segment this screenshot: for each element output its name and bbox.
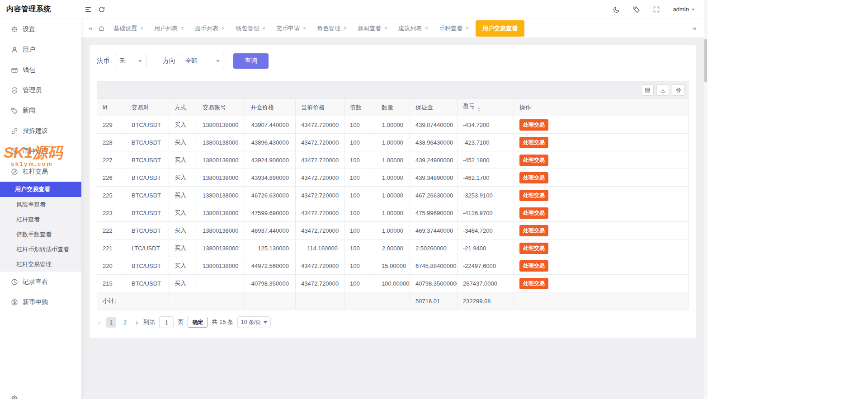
handle-trade-button[interactable]: 处理交易 — [519, 137, 548, 148]
sidebar-subitem[interactable]: 杠杆币划转法币查看 — [0, 242, 81, 257]
tab[interactable]: 币种查看× — [435, 22, 473, 35]
tab-close-icon[interactable]: × — [466, 26, 469, 31]
handle-trade-button[interactable]: 处理交易 — [519, 155, 548, 166]
tab[interactable]: 角色管理× — [313, 22, 351, 35]
tab[interactable]: 用户列表× — [150, 22, 188, 35]
tab[interactable]: 充币申请× — [272, 22, 310, 35]
account-cell — [197, 275, 245, 292]
amount-cell: 1.00000 — [376, 222, 410, 239]
sidebar-item-label: 投拆建议 — [23, 127, 48, 135]
action-cell: 处理交易 — [514, 204, 689, 222]
sidebar-subitem[interactable]: 杠杆查看 — [0, 212, 81, 227]
sidebar-item[interactable]: 设置 — [0, 19, 81, 39]
query-button[interactable]: 查询 — [233, 53, 269, 69]
handle-trade-button[interactable]: 处理交易 — [519, 119, 548, 131]
sidebar-item[interactable]: 杠杆交易 — [0, 161, 81, 182]
handle-trade-button[interactable]: 处理交易 — [519, 207, 548, 219]
handle-trade-button[interactable]: 处理交易 — [519, 260, 548, 272]
page-2-button[interactable]: 2 — [120, 317, 130, 328]
multiple-cell: 100 — [344, 257, 376, 275]
side-cell: 买入 — [169, 169, 197, 187]
id-cell: 220 — [97, 257, 126, 275]
goto-page-input[interactable] — [159, 316, 174, 328]
fullscreen-icon[interactable] — [650, 0, 663, 19]
next-page-button[interactable]: › — [134, 319, 140, 326]
tab[interactable]: 新闻查看× — [354, 22, 392, 35]
sidebar-item[interactable]: 新币申购 — [0, 292, 81, 312]
print-button[interactable] — [672, 84, 684, 96]
sidebar-item-label: 用户 — [23, 46, 35, 54]
home-icon[interactable] — [98, 25, 105, 32]
tab[interactable]: 钱包管理× — [231, 22, 269, 35]
sidebar-item[interactable]: 投拆建议 — [0, 121, 81, 141]
app-window: 内容管理系统 admin 设置用户钱包管理员新闻投拆建议币种管理杠杆交易用户交易… — [0, 0, 708, 399]
sidebar-item-partial[interactable] — [0, 393, 81, 399]
tab-close-icon[interactable]: × — [344, 26, 347, 31]
export-button[interactable] — [656, 84, 669, 96]
tabs-scroll-left-icon[interactable]: « — [88, 24, 94, 33]
fiat-select[interactable]: 无 — [115, 54, 146, 68]
page-size-select[interactable]: 10 条/页 — [237, 316, 271, 328]
sidebar-subitem[interactable]: 用户交易查看 — [0, 182, 81, 197]
prev-page-button[interactable]: ‹ — [97, 319, 102, 326]
handle-trade-button[interactable]: 处理交易 — [519, 278, 548, 289]
tab[interactable]: 建议列表× — [394, 22, 432, 35]
margin-cell: 475.99690000 — [410, 204, 458, 222]
direction-select[interactable]: 全部 — [181, 54, 224, 68]
column-header[interactable]: 盈亏 — [458, 99, 514, 116]
chevron-down-icon — [216, 60, 220, 64]
tab-close-icon[interactable]: × — [384, 26, 387, 31]
sidebar-item[interactable]: 用户 — [0, 39, 81, 60]
columns-button[interactable] — [641, 84, 654, 96]
tab-close-icon[interactable]: × — [425, 26, 428, 31]
sidebar-item[interactable]: 管理员 — [0, 80, 81, 100]
tab-close-icon[interactable]: × — [303, 26, 306, 31]
sidebar-subitem[interactable]: 杠杆交易管理 — [0, 257, 81, 272]
handle-trade-button[interactable]: 处理交易 — [519, 172, 548, 183]
tab-close-icon[interactable]: × — [181, 26, 184, 31]
theme-icon[interactable] — [610, 0, 623, 19]
sidebar-item[interactable]: 记录查看 — [0, 272, 81, 292]
multiple-cell: 100 — [344, 134, 376, 151]
id-cell: 228 — [97, 134, 126, 151]
margin-cell: 467.26630000 — [410, 187, 458, 204]
handle-trade-button[interactable]: 处理交易 — [519, 190, 548, 201]
tab-close-icon[interactable]: × — [222, 26, 225, 31]
multiple-cell: 100 — [344, 204, 376, 222]
sidebar-subitem[interactable]: 倍数手数查看 — [0, 227, 81, 242]
sidebar-item[interactable]: 币种管理 — [0, 141, 81, 161]
handle-trade-button[interactable]: 处理交易 — [519, 243, 548, 254]
sidebar-item[interactable]: 新闻 — [0, 100, 81, 121]
confirm-page-button[interactable]: 确定 — [188, 317, 208, 328]
sidebar-subitem[interactable]: 风险率查看 — [0, 197, 81, 212]
leverage-icon — [11, 168, 18, 175]
profit-cell: -22497.6000 — [458, 257, 514, 275]
tab-close-icon[interactable]: × — [262, 26, 265, 31]
scrollbar-thumb[interactable] — [704, 39, 707, 82]
id-cell: 215 — [97, 275, 126, 292]
margin-cell: 40798.35000000 — [410, 275, 458, 292]
table-row: 221LTC/USDT买入13800138000125.130000114.16… — [97, 239, 689, 257]
tabs-scroll-right-icon[interactable]: » — [692, 24, 698, 33]
side-cell: 买入 — [169, 151, 197, 169]
handle-trade-button[interactable]: 处理交易 — [519, 225, 548, 236]
margin-cell: 6745.88400000 — [410, 257, 458, 275]
tab-active[interactable]: 用户交易查看 — [476, 20, 524, 37]
tab-close-icon[interactable]: × — [140, 26, 143, 31]
refresh-icon[interactable] — [95, 0, 108, 19]
tag-icon[interactable] — [630, 0, 643, 19]
tab-label: 币种查看 — [439, 24, 462, 33]
page-1-button[interactable]: 1 — [106, 317, 116, 328]
scrollbar[interactable] — [704, 0, 708, 399]
tab[interactable]: 提币列表× — [191, 22, 229, 35]
sidebar-item[interactable]: 钱包 — [0, 60, 81, 80]
open-price-cell: 43896.430000 — [245, 134, 296, 151]
sidebar-item-label: 新币申购 — [23, 298, 48, 306]
collapse-menu-icon[interactable] — [81, 0, 95, 19]
margin-cell: 469.37440000 — [410, 222, 458, 239]
tab[interactable]: 基础设置× — [109, 22, 147, 35]
sort-icon[interactable] — [477, 106, 480, 113]
table-row: 227BTC/USDT买入1380013800043924.9000004347… — [97, 151, 689, 169]
id-cell: 225 — [97, 187, 126, 204]
user-menu[interactable]: admin — [673, 6, 696, 13]
